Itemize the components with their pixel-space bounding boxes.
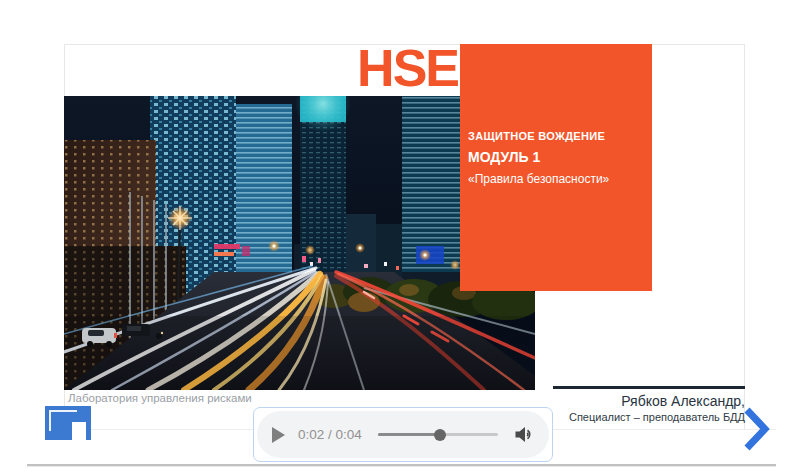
play-icon[interactable] bbox=[272, 427, 285, 443]
layout-toggle-icon[interactable] bbox=[45, 406, 91, 440]
next-slide-button[interactable] bbox=[742, 406, 770, 452]
audio-player-pill: 0:02 / 0:04 bbox=[257, 411, 549, 458]
footer-caption: Лаборатория управления рисками bbox=[68, 392, 252, 404]
audio-player[interactable]: 0:02 / 0:04 bbox=[253, 407, 553, 462]
module-subtitle: «Правила безопасности» bbox=[468, 172, 644, 186]
hse-logo: HSE bbox=[338, 42, 458, 94]
layout-icon-notch bbox=[72, 422, 86, 445]
viewer-bottom-line bbox=[27, 464, 776, 467]
seek-slider-played bbox=[378, 433, 440, 436]
module-title: МОДУЛЬ 1 bbox=[468, 149, 644, 165]
seek-slider-thumb[interactable] bbox=[434, 429, 446, 441]
title-panel: ЗАЩИТНОЕ ВОЖДЕНИЕ МОДУЛЬ 1 «Правила безо… bbox=[460, 44, 652, 291]
presenter-divider-line bbox=[553, 386, 745, 389]
seek-slider[interactable] bbox=[378, 433, 498, 436]
time-display: 0:02 / 0:04 bbox=[298, 427, 362, 442]
chevron-right-icon bbox=[747, 410, 765, 448]
volume-icon[interactable] bbox=[514, 426, 534, 443]
course-kicker: ЗАЩИТНОЕ ВОЖДЕНИЕ bbox=[468, 130, 644, 142]
